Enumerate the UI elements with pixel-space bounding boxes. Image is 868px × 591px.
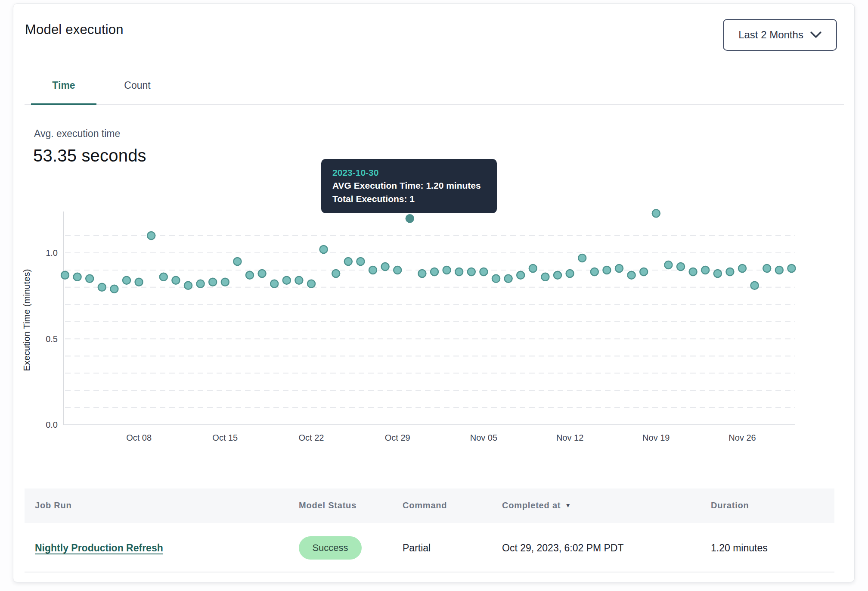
data-point[interactable] xyxy=(147,232,155,240)
y-tick-label: 1.0 xyxy=(46,248,58,258)
data-point[interactable] xyxy=(505,275,512,283)
data-point[interactable] xyxy=(307,280,315,288)
data-point[interactable] xyxy=(209,278,217,286)
data-point[interactable] xyxy=(443,266,451,274)
data-point[interactable] xyxy=(775,266,783,274)
data-point[interactable] xyxy=(332,270,340,277)
command-cell: Partial xyxy=(403,542,431,554)
data-point[interactable] xyxy=(197,280,205,288)
data-point[interactable] xyxy=(787,264,795,272)
tooltip-date: 2023-10-30 xyxy=(332,166,486,179)
data-point[interactable] xyxy=(517,271,524,279)
column-header-model-status: Model Status xyxy=(299,501,356,510)
data-point[interactable] xyxy=(172,277,180,284)
data-point[interactable] xyxy=(652,209,660,217)
page-title: Model execution xyxy=(25,22,124,37)
data-point[interactable] xyxy=(381,263,389,271)
data-point[interactable] xyxy=(418,270,426,277)
data-point[interactable] xyxy=(123,277,130,284)
data-point[interactable] xyxy=(295,277,303,284)
tab-time[interactable]: Time xyxy=(31,65,96,105)
y-tick-label: 0.0 xyxy=(46,420,58,429)
data-point[interactable] xyxy=(529,264,537,272)
date-range-dropdown[interactable]: Last 2 Months xyxy=(723,19,837,51)
avg-execution-time-label: Avg. execution time xyxy=(34,128,120,140)
model-execution-card: Model execution Last 2 Months Time Count… xyxy=(13,3,855,582)
data-point[interactable] xyxy=(714,270,722,277)
data-point[interactable] xyxy=(86,275,93,283)
data-point[interactable] xyxy=(701,266,709,274)
data-point[interactable] xyxy=(61,271,69,279)
data-point[interactable] xyxy=(480,268,487,276)
data-point[interactable] xyxy=(664,261,672,269)
data-point[interactable] xyxy=(344,258,352,265)
data-point[interactable] xyxy=(591,268,598,276)
data-point[interactable] xyxy=(233,258,241,265)
data-point[interactable] xyxy=(221,278,229,286)
chart-tabs: Time Count xyxy=(25,64,844,105)
column-header-command: Command xyxy=(403,501,447,510)
data-point[interactable] xyxy=(603,266,611,274)
duration-cell: 1.20 minutes xyxy=(711,542,768,554)
column-header-duration: Duration xyxy=(711,501,749,510)
data-point[interactable] xyxy=(320,246,328,253)
data-point[interactable] xyxy=(98,283,106,291)
data-point[interactable] xyxy=(184,282,192,289)
x-tick-label: Oct 08 xyxy=(126,433,152,442)
x-tick-label: Nov 26 xyxy=(728,433,756,442)
data-point[interactable] xyxy=(356,258,364,265)
data-point[interactable] xyxy=(110,285,118,293)
data-point[interactable] xyxy=(468,268,475,276)
scatter-plot: 0.00.51.0Oct 08Oct 15Oct 22Oct 29Nov 05N… xyxy=(13,203,855,461)
data-point[interactable] xyxy=(578,254,586,262)
data-point[interactable] xyxy=(74,273,81,281)
date-range-value: Last 2 Months xyxy=(738,29,803,41)
data-point[interactable] xyxy=(246,271,254,279)
data-point[interactable] xyxy=(394,266,401,274)
chevron-down-icon xyxy=(810,31,822,38)
data-point[interactable] xyxy=(541,273,549,281)
x-tick-label: Nov 12 xyxy=(556,433,583,442)
sort-descending-icon[interactable]: ▼ xyxy=(565,502,571,509)
data-point-highlighted[interactable] xyxy=(406,215,414,222)
tab-count[interactable]: Count xyxy=(114,65,161,105)
data-point[interactable] xyxy=(640,268,648,276)
data-point[interactable] xyxy=(270,280,278,288)
status-badge: Success xyxy=(299,536,362,560)
column-header-job-run: Job Run xyxy=(35,501,72,510)
data-point[interactable] xyxy=(455,268,463,276)
data-point[interactable] xyxy=(738,264,746,272)
data-point[interactable] xyxy=(615,264,623,272)
row-divider xyxy=(25,572,834,572)
data-point[interactable] xyxy=(566,270,574,277)
completed-at-label: Completed at xyxy=(502,501,561,510)
avg-execution-time-value: 53.35 seconds xyxy=(33,146,146,165)
table-header-row: Job Run Model Status Command Completed a… xyxy=(25,488,834,523)
data-point[interactable] xyxy=(258,270,266,277)
data-point[interactable] xyxy=(554,271,561,279)
x-tick-label: Oct 15 xyxy=(212,433,238,442)
x-tick-label: Oct 29 xyxy=(385,433,410,442)
data-point[interactable] xyxy=(369,266,377,274)
data-point[interactable] xyxy=(492,275,500,283)
x-tick-label: Oct 22 xyxy=(299,433,324,442)
job-run-link[interactable]: Nightly Production Refresh xyxy=(35,542,163,554)
x-tick-label: Nov 05 xyxy=(470,433,497,442)
data-point[interactable] xyxy=(160,273,167,281)
chart-tooltip: 2023-10-30 AVG Execution Time: 1.20 minu… xyxy=(321,159,497,213)
y-tick-label: 0.5 xyxy=(46,334,58,344)
data-point[interactable] xyxy=(677,263,685,271)
y-axis-title: Execution Time (minutes) xyxy=(22,269,31,371)
tooltip-total-executions: Total Executions: 1 xyxy=(332,193,486,205)
completed-at-cell: Oct 29, 2023, 6:02 PM PDT xyxy=(502,542,624,554)
data-point[interactable] xyxy=(628,271,636,279)
x-tick-label: Nov 19 xyxy=(642,433,670,442)
data-point[interactable] xyxy=(283,277,291,284)
data-point[interactable] xyxy=(135,278,143,286)
data-point[interactable] xyxy=(763,264,771,272)
data-point[interactable] xyxy=(431,268,438,276)
data-point[interactable] xyxy=(689,268,697,276)
data-point[interactable] xyxy=(751,282,759,289)
data-point[interactable] xyxy=(726,268,734,276)
column-header-completed-at[interactable]: Completed at▼ xyxy=(502,501,571,510)
